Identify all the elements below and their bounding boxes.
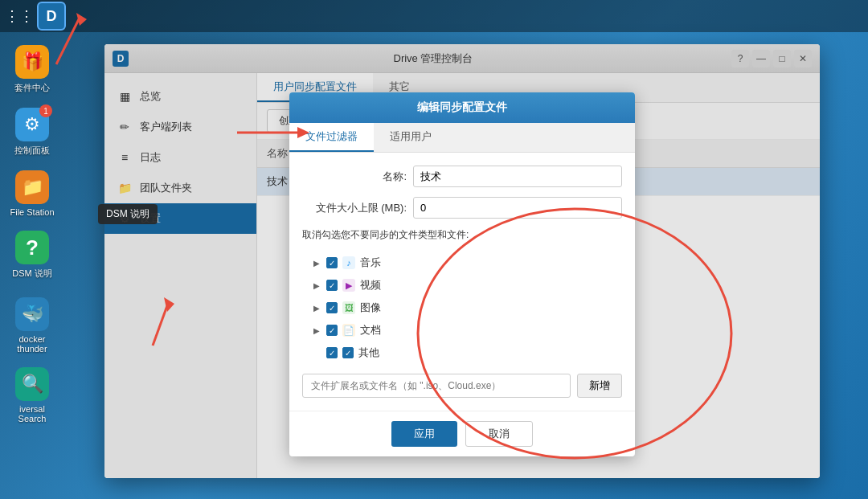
universal-search-label: iversal Search xyxy=(6,404,58,423)
dialog-footer: 应用 取消 xyxy=(289,411,635,456)
doc-label: 文档 xyxy=(360,323,381,337)
dock-item-package-center[interactable]: 🎁 套件中心 xyxy=(3,40,61,99)
ext-input[interactable] xyxy=(302,374,571,398)
video-label: 视频 xyxy=(360,278,381,292)
file-type-tree: ▶ ✓ ♪ 音乐 ▶ ✓ ▶ 视频 xyxy=(309,252,622,364)
drive-icon-label: D xyxy=(47,8,57,25)
tree-item-other[interactable]: ▶ ✓ ✓ 其他 xyxy=(309,342,622,364)
doc-type-icon: 📄 xyxy=(342,324,355,337)
filter-desc: 取消勾选您不要同步的文件类型和文件: xyxy=(302,228,622,242)
dialog-title: 编辑同步配置文件 xyxy=(417,100,507,113)
dock-item-universal-search[interactable]: 🔍 iversal Search xyxy=(3,362,61,428)
other-label: 其他 xyxy=(358,346,379,360)
control-panel-label: 控制面板 xyxy=(14,145,50,157)
dialog-body: 名称: 文件大小上限 (MB): 取消勾选您不要同步的文件类型和文件: xyxy=(289,153,635,411)
add-ext-button[interactable]: 新增 xyxy=(577,374,622,398)
package-center-label: 套件中心 xyxy=(14,82,50,94)
other-checkbox2[interactable]: ✓ xyxy=(342,347,354,358)
video-type-icon: ▶ xyxy=(342,279,355,292)
music-type-icon: ♪ xyxy=(342,256,355,269)
drive-window: D Drive 管理控制台 ? — □ ✕ ▦ 总览 ✏ 客户端列表 xyxy=(104,44,820,478)
dock-item-dsm-help[interactable]: ? DSM 说明 xyxy=(3,226,61,284)
docker-icon: 🐳 xyxy=(15,297,49,331)
universal-search-icon: 🔍 xyxy=(15,367,49,401)
video-checkbox[interactable]: ✓ xyxy=(326,280,338,291)
dsm-help-icon: ? xyxy=(15,231,49,264)
expand-image-arrow[interactable]: ▶ xyxy=(312,303,321,313)
image-checkbox[interactable]: ✓ xyxy=(326,302,338,313)
dock-item-file-station[interactable]: 📁 File Station xyxy=(3,166,61,222)
dsm-help-tooltip: DSM 说明 xyxy=(98,204,158,224)
cancel-button[interactable]: 取消 xyxy=(465,421,533,447)
expand-music-arrow[interactable]: ▶ xyxy=(312,258,321,268)
edit-sync-dialog: 编辑同步配置文件 文件过滤器 适用用户 xyxy=(289,92,635,456)
name-label: 名称: xyxy=(302,170,407,184)
dialog-tab-applicable-users[interactable]: 适用用户 xyxy=(374,123,448,152)
control-panel-badge: 1 xyxy=(39,104,52,117)
size-input[interactable] xyxy=(413,197,622,219)
image-label: 图像 xyxy=(360,301,381,315)
tree-item-image[interactable]: ▶ ✓ 🖼 图像 xyxy=(309,297,622,319)
ext-row: 新增 xyxy=(302,374,622,398)
desktop-dock: 🎁 套件中心 ⚙ 1 控制面板 📁 File Station ? DSM 说明 … xyxy=(0,32,64,499)
taskbar: ⋮⋮ D xyxy=(0,0,868,32)
dsm-help-label: DSM 说明 xyxy=(12,268,52,280)
dock-item-docker[interactable]: 🐳 docker thunder xyxy=(3,292,61,358)
music-label: 音乐 xyxy=(360,256,381,270)
control-panel-icon: ⚙ 1 xyxy=(15,108,49,141)
tree-item-music[interactable]: ▶ ✓ ♪ 音乐 xyxy=(309,252,622,274)
file-station-label: File Station xyxy=(10,207,54,217)
tree-item-video[interactable]: ▶ ✓ ▶ 视频 xyxy=(309,274,622,297)
desktop: ⋮⋮ D 🎁 套件中心 ⚙ 1 控制面板 📁 File Station ? DS… xyxy=(0,0,868,499)
doc-checkbox[interactable]: ✓ xyxy=(326,325,338,336)
name-input[interactable] xyxy=(413,166,622,187)
grid-menu-icon[interactable]: ⋮⋮ xyxy=(6,3,32,29)
expand-doc-arrow[interactable]: ▶ xyxy=(312,325,321,335)
size-label: 文件大小上限 (MB): xyxy=(302,201,407,215)
image-type-icon: 🖼 xyxy=(342,301,355,314)
expand-video-arrow[interactable]: ▶ xyxy=(312,280,321,290)
file-station-icon: 📁 xyxy=(15,170,49,204)
dialog-overlay: 编辑同步配置文件 文件过滤器 适用用户 xyxy=(104,73,820,478)
apply-button[interactable]: 应用 xyxy=(391,421,457,447)
dialog-tab-file-filter[interactable]: 文件过滤器 xyxy=(289,123,374,152)
docker-label: docker thunder xyxy=(6,334,58,354)
form-row-size: 文件大小上限 (MB): xyxy=(302,197,622,219)
dock-item-control-panel[interactable]: ⚙ 1 控制面板 xyxy=(3,103,61,162)
other-checkbox[interactable]: ✓ xyxy=(326,347,338,358)
tree-item-doc[interactable]: ▶ ✓ 📄 文档 xyxy=(309,319,622,342)
music-checkbox[interactable]: ✓ xyxy=(326,257,338,268)
dialog-tabs: 文件过滤器 适用用户 xyxy=(289,123,635,153)
form-row-name: 名称: xyxy=(302,166,622,187)
window-content: 用户同步配置文件 其它 创建 编辑 名称 xyxy=(257,73,820,478)
package-center-icon: 🎁 xyxy=(15,45,49,79)
window-body: ▦ 总览 ✏ 客户端列表 ≡ 日志 📁 团队文件夹 ⚙ 设置 xyxy=(104,73,820,478)
drive-taskbar-icon[interactable]: D xyxy=(37,2,66,31)
dialog-titlebar: 编辑同步配置文件 xyxy=(289,92,635,123)
